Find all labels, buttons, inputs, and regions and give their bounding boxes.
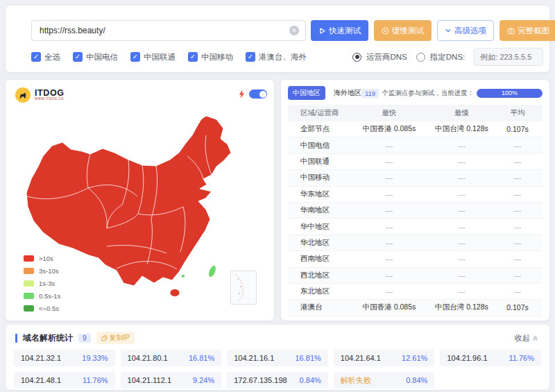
checkbox-china-unicom[interactable]: ✓ 中国联通: [130, 52, 176, 62]
checkbox-label-hmt-overseas: 港澳台、海外: [259, 52, 307, 62]
table-row[interactable]: 华东地区 --- --- ---: [288, 187, 543, 203]
ip-percent: 19.33%: [82, 354, 108, 362]
checkbox-box-china-mobile[interactable]: ✓: [188, 52, 198, 62]
col-average: 平均: [493, 108, 543, 118]
map-mode-toggle[interactable]: [249, 90, 267, 99]
ip-cell[interactable]: 104.21.80.1 16.81%: [121, 350, 222, 366]
ip-cell[interactable]: 104.21.16.1 16.81%: [227, 350, 328, 366]
ip-percent: 0.84%: [406, 376, 427, 384]
ip-cell[interactable]: 172.67.135.198 0.84%: [227, 372, 328, 389]
legend-swatch-1: [24, 268, 34, 274]
toolbar-card: ✕ 快速测试 缓慢测试 高级选项: [6, 6, 549, 72]
row-slowest: ---: [431, 255, 493, 263]
row-region: 中国电信: [288, 141, 348, 151]
checkbox-china-mobile[interactable]: ✓ 中国移动: [188, 52, 233, 62]
row-fastest: ---: [348, 223, 431, 231]
table-row[interactable]: 东北地区 --- --- ---: [288, 284, 543, 300]
row-average: 0.107s: [493, 125, 543, 133]
custom-dns-input[interactable]: [474, 48, 543, 66]
custom-dns-label: 指定DNS:: [430, 52, 465, 62]
taiwan-island[interactable]: [207, 264, 217, 278]
checkbox-box-hmt-overseas[interactable]: ✓: [246, 52, 255, 62]
checkbox-hmt-overseas[interactable]: ✓ 港澳台、海外: [246, 52, 307, 62]
row-region: 华南地区: [288, 205, 348, 215]
tab-overseas-region[interactable]: 海外地区: [334, 88, 361, 98]
row-average: ---: [493, 239, 543, 247]
col-region: 区域/运营商: [288, 108, 348, 118]
table-row[interactable]: 中国移动 --- --- ---: [288, 170, 543, 186]
ip-cell[interactable]: 104.21.112.1 9.24%: [121, 372, 222, 389]
advanced-options-label: 高级选项: [454, 26, 486, 36]
row-region: 中国移动: [288, 173, 348, 182]
copy-icon: [101, 335, 108, 341]
tab-china-region[interactable]: 中国地区: [288, 86, 325, 100]
node-count-badge: 119: [361, 89, 379, 98]
slow-test-button[interactable]: 缓慢测试: [374, 20, 432, 41]
row-fastest: ---: [348, 190, 431, 198]
table-row[interactable]: 全部节点 中国香港 0.085s 中国台湾 0.128s 0.107s: [288, 121, 543, 137]
checkbox-box-select-all[interactable]: ✓: [31, 52, 41, 62]
legend-label-4: <=0.5s: [39, 305, 59, 312]
logo-tagline: WWW.ITDOG.CN: [35, 98, 65, 101]
ip-value: 104.21.96.1: [447, 354, 487, 362]
ip-cell[interactable]: 104.21.96.1 11.76%: [440, 350, 541, 366]
row-slowest: 中国台湾 0.128s: [431, 302, 493, 312]
ip-value: 104.21.48.1: [21, 376, 61, 384]
row-fastest: 中国香港 0.085s: [348, 124, 431, 134]
advanced-options-button[interactable]: 高级选项: [437, 20, 494, 41]
legend-swatch-3: [24, 293, 34, 299]
table-row[interactable]: 华中地区 --- --- ---: [288, 219, 543, 235]
row-fastest: ---: [348, 287, 431, 296]
quick-test-button[interactable]: 快速测试: [311, 20, 368, 41]
table-row[interactable]: 中国电信 --- --- ---: [288, 137, 543, 153]
row-average: ---: [493, 142, 543, 150]
legend-swatch-4: [24, 305, 34, 312]
full-screenshot-label: 完整截图: [518, 26, 549, 36]
url-input-box[interactable]: ✕: [31, 20, 306, 41]
row-average: ---: [493, 271, 543, 280]
row-slowest: ---: [431, 223, 493, 231]
ip-cell[interactable]: 解析失败 0.84%: [334, 372, 435, 389]
hongkong-dot[interactable]: [182, 275, 185, 278]
checkbox-select-all[interactable]: ✓ 全选: [31, 52, 60, 62]
dns-title: 域名解析统计: [23, 332, 73, 344]
copy-ip-button[interactable]: 复制IP: [96, 332, 135, 344]
legend-label-2: 1s-3s: [39, 280, 55, 287]
row-region: 西南地区: [288, 254, 348, 264]
checkbox-box-china-telecom[interactable]: ✓: [73, 52, 83, 62]
row-fastest: ---: [348, 142, 431, 150]
table-row[interactable]: 华北地区 --- --- ---: [288, 235, 543, 251]
checkbox-china-telecom[interactable]: ✓ 中国电信: [73, 52, 118, 62]
ip-cell[interactable]: 104.21.64.1 12.61%: [334, 350, 435, 366]
ip-percent: 11.76%: [83, 376, 108, 384]
isp-dns-radio[interactable]: [352, 53, 361, 62]
custom-dns-radio[interactable]: [416, 53, 425, 62]
legend-swatch-2: [24, 280, 34, 287]
ip-value: 104.21.32.1: [21, 354, 61, 362]
full-screenshot-button[interactable]: 完整截图: [500, 20, 555, 41]
collapse-button[interactable]: 收起: [515, 333, 538, 343]
checkbox-label-select-all: 全选: [44, 52, 60, 62]
play-icon: [318, 27, 326, 35]
isp-checkbox-row: ✓ 全选 ✓ 中国电信 ✓ 中国联通 ✓ 中国移动 ✓ 港澳台、海外: [31, 47, 307, 67]
table-row[interactable]: 西南地区 --- --- ---: [288, 251, 543, 267]
row-average: ---: [493, 287, 543, 296]
checkbox-box-china-unicom[interactable]: ✓: [130, 52, 140, 62]
clear-input-icon[interactable]: ✕: [289, 26, 299, 35]
progress-bar: 100%: [477, 89, 543, 98]
ip-cell[interactable]: 104.21.32.1 19.33%: [14, 350, 115, 366]
table-row[interactable]: 西北地区 --- --- ---: [288, 268, 543, 284]
ip-cell[interactable]: 104.21.48.1 11.76%: [14, 372, 115, 389]
row-region: 西北地区: [288, 271, 348, 280]
dns-radio-row: 运营商DNS 指定DNS:: [352, 47, 543, 67]
results-table: 区域/运营商 最快 最慢 平均 全部节点 中国香港 0.085s 中国台湾 0.…: [288, 105, 543, 316]
url-input[interactable]: [38, 25, 289, 36]
checkbox-label-china-mobile: 中国移动: [201, 52, 233, 62]
hainan-island[interactable]: [170, 289, 180, 297]
row-slowest: 中国台湾 0.128s: [431, 124, 493, 134]
table-row[interactable]: 华南地区 --- --- ---: [288, 203, 543, 219]
table-row[interactable]: 中国联通 --- --- ---: [288, 154, 543, 170]
dns-stats-card: 域名解析统计 9 复制IP 收起 104.21.32.1 19.33% 104.…: [6, 325, 549, 390]
table-row[interactable]: 港澳台 中国香港 0.085s 中国台湾 0.128s 0.107s: [288, 300, 543, 316]
legend-swatch-0: [24, 255, 34, 262]
